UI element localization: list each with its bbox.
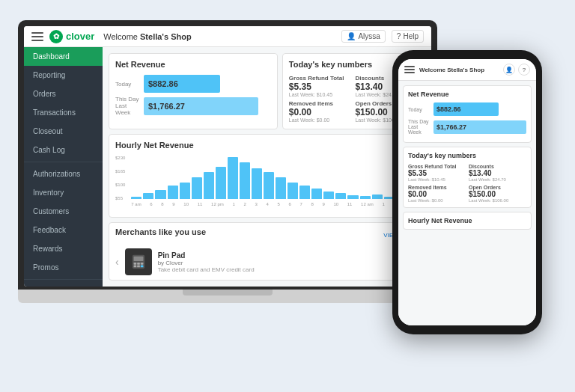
today-bar: $882.86: [144, 75, 220, 93]
lastweek-label: This Day Last Week: [115, 96, 139, 116]
phone-net-revenue-card: Net Revenue Today $882.86 This Day Last …: [403, 85, 532, 143]
chart-bar: [360, 196, 371, 199]
lastweek-bar: $1,766.27: [144, 97, 258, 115]
merchant-info: Pin Pad by Clover Take debit card and EM…: [158, 251, 255, 273]
today-value: $882.86: [148, 79, 178, 88]
chart-bar: [347, 195, 358, 199]
sidebar-item-transactions[interactable]: Transactions: [24, 103, 103, 122]
phone-key-removed: Removed Items $0.00 Last Week: $0.00: [408, 185, 466, 203]
chart-bar: [276, 177, 286, 199]
sidebar-item-orders[interactable]: Orders: [24, 85, 103, 103]
phone-today-bar: $882.86: [433, 102, 499, 116]
phone-lastweek-row: This Day Last Week $1,766.27: [408, 119, 526, 135]
chart-bars: [131, 156, 419, 200]
welcome-text: Welcome Stella's Shop: [103, 32, 341, 41]
sidebar-item-inventory[interactable]: Inventory: [24, 183, 103, 202]
phone-key-numbers-card: Today's key numbers Gross Refund Total $…: [403, 147, 532, 208]
chart-bar: [143, 193, 153, 199]
sidebar-item-closeout[interactable]: Closeout: [24, 122, 103, 141]
laptop: ✿ clover Welcome Stella's Shop 👤 Alyssa …: [18, 20, 437, 319]
phone-disc-value: $13.40: [469, 169, 526, 177]
chart-bar: [264, 172, 274, 199]
lastweek-value: $1,766.27: [148, 102, 185, 111]
chart-bar: [216, 167, 226, 199]
svg-rect-6: [137, 266, 140, 268]
merchants-title: Merchants like you use: [115, 227, 206, 236]
phone-lastweek-value: $1,766.27: [436, 123, 466, 131]
phone-gross-label: Gross Refund Total: [408, 164, 466, 169]
chart-bar: [323, 192, 334, 199]
merchants-header: Merchants like you use VIEW MORE: [115, 227, 419, 242]
logo: ✿ clover: [49, 30, 94, 43]
chart-bar: [299, 186, 310, 199]
merchants-card: Merchants like you use VIEW MORE ‹: [109, 222, 425, 281]
phone-menu-icon[interactable]: [404, 66, 415, 73]
lastweek-bar-container: $1,766.27: [144, 97, 271, 115]
shop-name: Stella's Shop: [140, 32, 192, 41]
logo-text: clover: [66, 31, 94, 42]
chart-bar: [168, 186, 178, 199]
chart-bar: [192, 177, 202, 199]
phone-gross-last: Last Week: $10.45: [408, 177, 466, 182]
removed-last: Last Week: $0.00: [289, 117, 353, 123]
key-item-removed: Removed Items $0.00 Last Week: $0.00: [289, 100, 353, 123]
laptop-screen-outer: ✿ clover Welcome Stella's Shop 👤 Alyssa …: [18, 20, 437, 290]
sidebar-item-rewards[interactable]: Rewards: [24, 239, 103, 258]
content-row-1: Net Revenue Today $882.86: [109, 53, 425, 129]
chart-bar: [372, 195, 383, 199]
revenue-row-lastweek: This Day Last Week $1,766.27: [115, 96, 271, 116]
svg-rect-4: [140, 263, 143, 265]
clover-icon: ✿: [49, 30, 63, 43]
key-item-gross-refund: Gross Refund Total $5.35 Last Week: $10.…: [289, 75, 353, 97]
sidebar-item-customers[interactable]: Customers: [24, 202, 103, 221]
net-revenue-title: Net Revenue: [115, 60, 271, 69]
phone: Welcome Stella's Shop 👤 ? Net Revenue To…: [392, 50, 542, 334]
topbar-right: 👤 Alyssa ? Help: [341, 30, 424, 43]
chart-bar: [131, 197, 142, 199]
sidebar-item-cashlog[interactable]: Cash Log: [24, 141, 103, 159]
phone-today-label: Today: [408, 107, 431, 112]
revenue-row-today: Today $882.86: [115, 75, 271, 93]
sidebar-item-authorizations[interactable]: Authorizations: [24, 165, 103, 183]
phone-rem-label: Removed Items: [408, 185, 466, 190]
y-label-4: $55: [115, 196, 125, 200]
gross-refund-last: Last Week: $10.45: [289, 92, 353, 97]
main-layout: Dashboard Reporting Orders Transactions …: [24, 47, 431, 287]
chart-bar: [228, 157, 238, 199]
content: Net Revenue Today $882.86: [103, 47, 431, 287]
phone-today-value: $882.86: [436, 105, 461, 113]
merchant-description: Take debit card and EMV credit card: [158, 266, 255, 273]
net-revenue-card: Net Revenue Today $882.86: [109, 53, 278, 129]
chart-bar: [204, 172, 214, 199]
phone-key-gross: Gross Refund Total $5.35 Last Week: $10.…: [408, 164, 466, 182]
merchant-by: by Clover: [158, 260, 255, 266]
user-button[interactable]: 👤 Alyssa: [341, 30, 385, 43]
svg-rect-7: [140, 266, 143, 268]
hourly-revenue-card: Hourly Net Revenue $230 $165 $100 $55: [109, 134, 425, 218]
phone-open-label: Open Orders: [469, 185, 526, 190]
sidebar-item-dashboard[interactable]: Dashboard: [24, 47, 103, 66]
sidebar-item-promos[interactable]: Promos: [24, 258, 103, 277]
sidebar-item-reporting[interactable]: Reporting: [24, 66, 103, 85]
chart-x-labels: 7 am 6 8 9 10 11 12 pm 1 2: [131, 202, 419, 206]
phone-net-revenue-title: Net Revenue: [408, 91, 526, 98]
phone-key-numbers-title: Today's key numbers: [408, 152, 526, 159]
help-icon: ?: [397, 32, 401, 40]
svg-rect-3: [137, 263, 140, 265]
prev-merchant-button[interactable]: ‹: [115, 256, 119, 268]
pinpad-svg: [130, 254, 147, 270]
phone-lastweek-label: This Day Last Week: [408, 119, 431, 135]
y-label-2: $165: [115, 169, 125, 174]
merchant-product-name: Pin Pad: [158, 251, 255, 260]
phone-gross-value: $5.35: [408, 169, 466, 177]
help-button[interactable]: ? Help: [392, 30, 424, 43]
menu-icon[interactable]: [31, 32, 43, 41]
hourly-title: Hourly Net Revenue: [115, 141, 419, 150]
phone-help-icon[interactable]: ?: [518, 64, 530, 76]
merchant-row: ‹: [115, 248, 419, 275]
phone-user-icon[interactable]: 👤: [503, 64, 515, 76]
gross-refund-label: Gross Refund Total: [289, 75, 353, 82]
sidebar-item-employees[interactable]: Employees: [24, 282, 103, 287]
sidebar-item-feedback[interactable]: Feedback: [24, 221, 103, 239]
user-icon: 👤: [347, 32, 356, 40]
